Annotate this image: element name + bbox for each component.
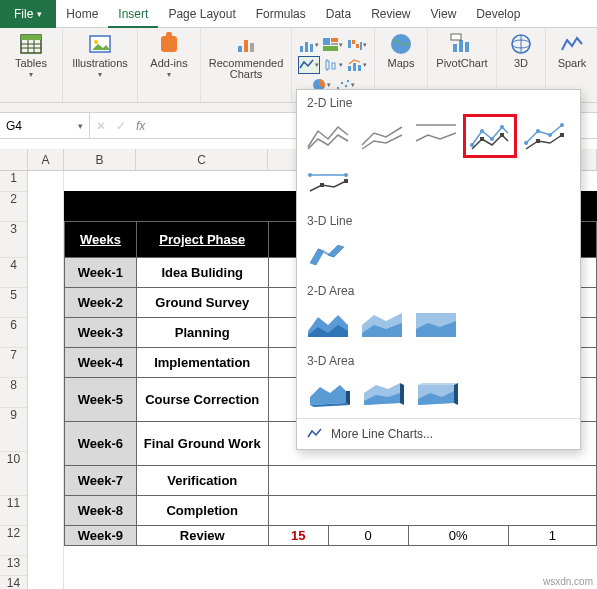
row-header[interactable]: 6 <box>0 317 28 347</box>
file-tab[interactable]: File ▾ <box>0 0 56 28</box>
cell-week[interactable]: Week-9 <box>65 526 137 546</box>
row-header[interactable]: 12 <box>0 525 28 555</box>
cell-phase[interactable]: Completion <box>136 496 268 526</box>
3d-100-stacked-area-chart-opt[interactable] <box>411 374 461 414</box>
tab-home[interactable]: Home <box>56 0 108 28</box>
tab-insert[interactable]: Insert <box>108 0 158 28</box>
cell-val[interactable]: 0% <box>409 526 509 545</box>
svg-rect-50 <box>500 133 504 137</box>
100-stacked-line-markers-chart-opt[interactable] <box>303 164 353 204</box>
cell[interactable] <box>268 496 596 526</box>
100-stacked-area-chart-opt[interactable] <box>411 304 461 344</box>
100-stacked-line-chart-opt[interactable] <box>411 116 461 156</box>
row-header[interactable]: 14 <box>0 575 28 589</box>
row-header[interactable]: 1 <box>0 171 28 191</box>
cell-week[interactable]: Week-5 <box>65 378 137 422</box>
combo-chart-icon[interactable]: ▾ <box>346 56 368 74</box>
cell-phase[interactable]: Idea Buliding <box>136 258 268 288</box>
column-chart-icon[interactable]: ▾ <box>298 36 320 54</box>
row-header[interactable]: 7 <box>0 347 28 377</box>
svg-point-34 <box>345 85 347 87</box>
column-header-b[interactable]: B <box>64 149 136 171</box>
svg-rect-14 <box>305 42 308 52</box>
addins-button[interactable]: Add-ins ▾ <box>144 32 194 79</box>
3d-stacked-area-chart-opt[interactable] <box>357 374 407 414</box>
more-line-charts[interactable]: More Line Charts... <box>297 418 580 449</box>
svg-rect-13 <box>300 46 303 52</box>
cell-val[interactable]: 15 <box>269 526 329 545</box>
svg-point-54 <box>560 123 564 127</box>
more-charts-icon <box>307 427 323 441</box>
3d-area-chart-opt[interactable] <box>303 374 353 414</box>
line-chart-opt[interactable] <box>303 116 353 156</box>
cell-week[interactable]: Week-8 <box>65 496 137 526</box>
line-markers-chart-opt[interactable] <box>465 116 515 156</box>
cell-phase[interactable]: Planning <box>136 318 268 348</box>
name-box[interactable]: G4 ▾ <box>0 113 90 138</box>
select-all-corner[interactable] <box>0 149 28 171</box>
cell-phase[interactable]: Review <box>136 526 268 546</box>
line-chart-icon[interactable]: ▾ <box>298 56 320 74</box>
svg-point-7 <box>94 40 98 44</box>
header-project-phase[interactable]: Project Phase <box>136 222 268 258</box>
svg-point-57 <box>308 173 312 177</box>
cell-val[interactable]: 0 <box>329 526 409 545</box>
more-line-charts-label: More Line Charts... <box>331 427 433 441</box>
tab-formulas[interactable]: Formulas <box>246 0 316 28</box>
cell-week[interactable]: Week-3 <box>65 318 137 348</box>
cell-phase[interactable]: Ground Survey <box>136 288 268 318</box>
recommended-charts-label: Recommended Charts <box>207 58 285 80</box>
row-header[interactable]: 9 <box>0 407 28 451</box>
tab-review[interactable]: Review <box>361 0 420 28</box>
cell-week[interactable]: Week-2 <box>65 288 137 318</box>
svg-rect-49 <box>480 137 484 141</box>
cell-week[interactable]: Week-1 <box>65 258 137 288</box>
row-header[interactable]: 8 <box>0 377 28 407</box>
hierarchy-chart-icon[interactable]: ▾ <box>322 36 344 54</box>
tab-page-layout[interactable]: Page Layout <box>158 0 245 28</box>
row-header[interactable]: 13 <box>0 555 28 575</box>
cell-phase[interactable]: Verification <box>136 466 268 496</box>
row-header[interactable]: 3 <box>0 221 28 257</box>
row-header[interactable]: 10 <box>0 451 28 495</box>
fx-icon[interactable]: fx <box>136 119 145 133</box>
statistic-chart-icon[interactable]: ▾ <box>322 56 344 74</box>
sparklines-button[interactable]: Spark <box>552 32 592 69</box>
column-header-c[interactable]: C <box>136 149 268 171</box>
cell[interactable] <box>268 466 596 496</box>
cell-phase[interactable]: Final Ground Work <box>136 422 268 466</box>
section-3d-line: 3-D Line <box>297 208 580 230</box>
cell[interactable]: 15 0 0% 1 <box>268 526 596 546</box>
tab-data[interactable]: Data <box>316 0 361 28</box>
row-header[interactable]: 2 <box>0 191 28 221</box>
stacked-line-markers-chart-opt[interactable] <box>519 116 569 156</box>
cell-phase[interactable]: Implementation <box>136 348 268 378</box>
tables-button[interactable]: Tables ▾ <box>6 32 56 79</box>
header-weeks[interactable]: Weeks <box>65 222 137 258</box>
maps-button[interactable]: Maps <box>381 32 421 69</box>
tab-view[interactable]: View <box>421 0 467 28</box>
addins-label: Add-ins <box>150 58 187 69</box>
pivotchart-button[interactable]: PivotChart <box>434 32 490 69</box>
row-header[interactable]: 11 <box>0 495 28 525</box>
chevron-down-icon: ▾ <box>167 71 171 79</box>
row-header[interactable]: 4 <box>0 257 28 287</box>
recommended-charts-button[interactable]: Recommended Charts <box>207 32 285 80</box>
row-header[interactable]: 5 <box>0 287 28 317</box>
cell-week[interactable]: Week-4 <box>65 348 137 378</box>
tab-developer[interactable]: Develop <box>466 0 530 28</box>
stacked-line-chart-opt[interactable] <box>357 116 407 156</box>
stacked-area-chart-opt[interactable] <box>357 304 407 344</box>
3d-map-button[interactable]: 3D <box>503 32 539 69</box>
area-chart-opt[interactable] <box>303 304 353 344</box>
cell-week[interactable]: Week-7 <box>65 466 137 496</box>
column-header-a[interactable]: A <box>28 149 64 171</box>
illustrations-button[interactable]: Illustrations ▾ <box>69 32 131 79</box>
svg-rect-17 <box>331 38 338 42</box>
cell-week[interactable]: Week-6 <box>65 422 137 466</box>
waterfall-chart-icon[interactable]: ▾ <box>346 36 368 54</box>
cell-val[interactable]: 1 <box>509 526 596 545</box>
3d-line-chart-opt[interactable] <box>303 234 353 274</box>
cell-phase[interactable]: Course Correction <box>136 378 268 422</box>
svg-rect-8 <box>161 36 177 52</box>
